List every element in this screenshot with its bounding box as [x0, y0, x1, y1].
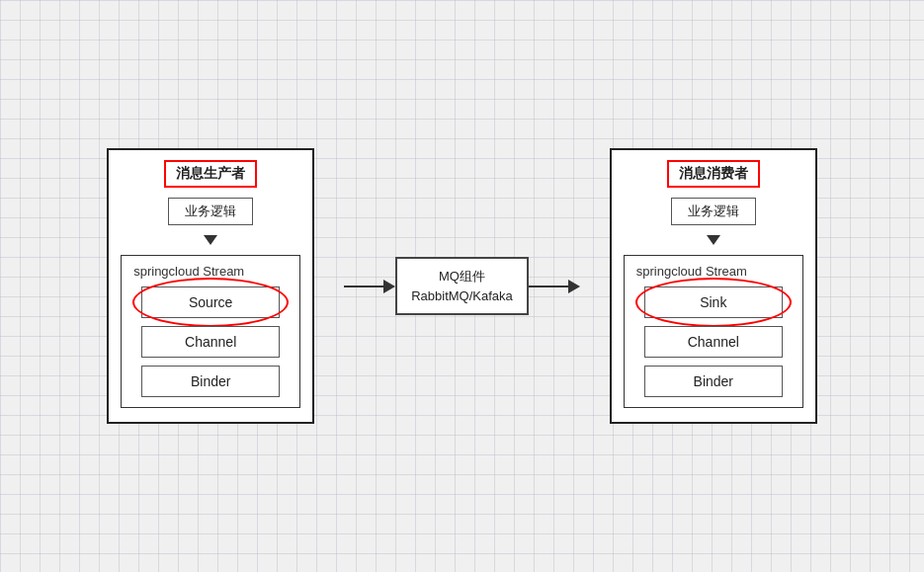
sink-box: Sink	[644, 286, 783, 318]
consumer-binder-label: Binder	[694, 373, 733, 389]
producer-channel-box: Channel	[141, 326, 280, 358]
consumer-binder-box: Binder	[644, 366, 783, 397]
diagram: 消息生产者 业务逻辑 springcloud Stream Source Cha…	[107, 148, 817, 424]
producer-binder-label: Binder	[191, 373, 230, 389]
consumer-biz-logic: 业务逻辑	[671, 198, 756, 225]
consumer-stream-label: springcloud Stream	[636, 264, 747, 279]
source-label: Source	[189, 294, 232, 310]
consumer-title: 消息消费者	[667, 160, 760, 188]
right-arrow-head	[568, 280, 580, 293]
consumer-outer-box: 消息消费者 业务逻辑 springcloud Stream Sink Chann…	[610, 148, 817, 424]
producer-binder-box: Binder	[141, 366, 280, 397]
producer-title: 消息生产者	[164, 160, 257, 188]
source-box: Source	[141, 286, 280, 318]
sink-label: Sink	[700, 294, 726, 310]
producer-arrow-down	[204, 235, 217, 245]
mq-line1: MQ组件	[411, 267, 513, 286]
mq-box: MQ组件 RabbitMQ/Kafaka	[395, 257, 529, 315]
right-arrow	[529, 280, 580, 293]
producer-inner-box: springcloud Stream Source Channel Binder	[121, 255, 300, 408]
left-arrow	[344, 280, 395, 293]
consumer-arrow-down	[707, 235, 720, 245]
mq-line2: RabbitMQ/Kafaka	[411, 286, 513, 306]
producer-stream-label: springcloud Stream	[133, 264, 244, 279]
left-arrow-line	[344, 286, 383, 287]
producer-biz-logic: 业务逻辑	[168, 198, 253, 225]
producer-channel-label: Channel	[185, 334, 236, 350]
left-arrow-head	[383, 280, 395, 293]
consumer-channel-box: Channel	[644, 326, 783, 358]
consumer-channel-label: Channel	[688, 334, 739, 350]
right-arrow-line	[529, 286, 568, 287]
producer-outer-box: 消息生产者 业务逻辑 springcloud Stream Source Cha…	[107, 148, 314, 424]
mq-section: MQ组件 RabbitMQ/Kafaka	[344, 257, 580, 315]
consumer-inner-box: springcloud Stream Sink Channel Binder	[624, 255, 803, 408]
